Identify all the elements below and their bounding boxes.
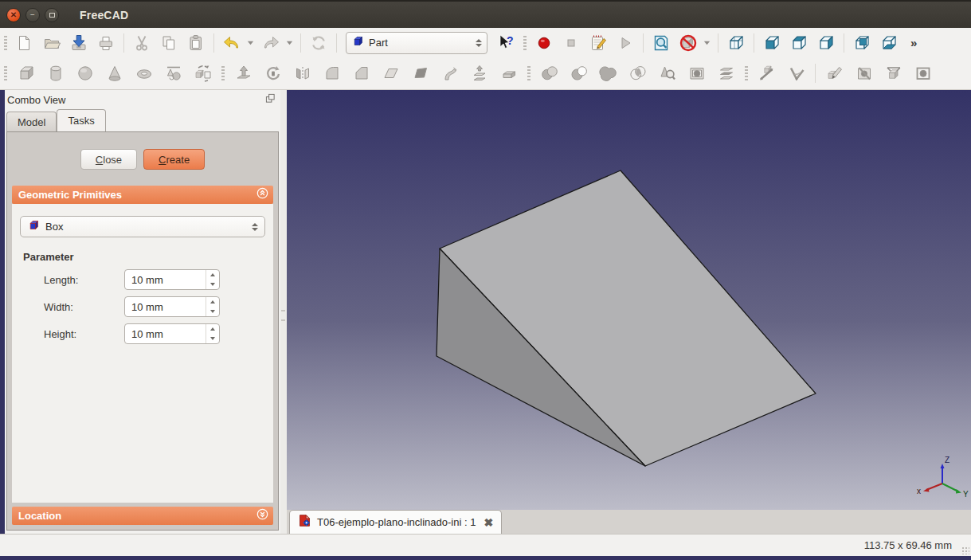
print-icon[interactable] [94,31,118,55]
height-increment-button[interactable] [206,324,219,334]
window-maximize-button[interactable] [45,8,59,22]
boolean-union-icon[interactable] [595,60,621,87]
primitives-icon[interactable] [160,60,186,87]
3d-viewport[interactable]: Z x Y [287,90,971,510]
height-decrement-button[interactable] [206,334,219,343]
collapse-up-icon[interactable] [256,187,268,202]
ruled-surface-icon[interactable] [407,60,433,87]
toolbar-overflow-button[interactable]: » [910,36,917,49]
shape-builder-icon[interactable] [190,60,216,87]
view-bottom-icon[interactable] [877,31,901,55]
window-bottom-edge [0,556,971,560]
copy-icon[interactable] [157,31,181,55]
cut-icon[interactable] [130,31,154,55]
section-title: Geometric Primitives [18,189,256,201]
window-minimize-button[interactable]: − [25,8,40,22]
measure-toggle-3d-icon[interactable] [910,60,936,87]
section-geometric-primitives[interactable]: Geometric Primitives [12,186,273,204]
workbench-selector[interactable]: Part [346,32,487,54]
macro-stop-icon[interactable] [559,31,583,55]
cross-section-icon[interactable] [683,60,710,87]
open-document-icon[interactable] [40,31,64,55]
measure-angular-icon[interactable] [783,60,809,87]
macro-edit-icon[interactable] [586,31,610,55]
measure-clear-all-icon[interactable] [851,60,877,87]
cone-icon[interactable] [101,60,127,87]
select-arrows-icon [476,39,482,47]
length-input[interactable] [125,270,206,289]
torus-icon[interactable] [131,60,157,87]
create-button[interactable]: Create [143,149,205,170]
extrude-icon[interactable] [230,60,256,87]
save-icon[interactable] [67,31,91,55]
boolean-cut-icon[interactable] [566,60,592,87]
close-task-button[interactable]: Close [80,149,137,170]
box-primitive-icon [27,218,41,235]
view-top-icon[interactable] [787,31,811,55]
toolbar-drag-handle[interactable] [745,66,748,80]
undo-icon[interactable] [220,31,244,55]
wedge-model[interactable]: Z x Y [287,90,971,510]
mirror-icon[interactable] [289,60,315,87]
document-tab-close-icon[interactable]: ✖ [484,517,493,528]
toolbar-drag-handle[interactable] [221,66,225,80]
toolbar-drag-handle[interactable] [4,36,7,50]
fit-all-icon[interactable] [649,31,673,55]
thickness-icon[interactable] [495,60,522,87]
width-decrement-button[interactable] [206,307,219,316]
section-location[interactable]: Location [12,507,273,525]
geometric-primitives-body: Box Parameter Length: Width: [12,204,273,503]
toolbar-drag-handle[interactable] [527,66,531,80]
workbench-part-icon [351,34,365,51]
draw-style-dropdown-icon[interactable] [702,31,712,55]
draw-style-icon[interactable] [676,31,700,55]
redo-icon[interactable] [259,31,283,55]
box-icon[interactable] [13,60,39,87]
check-geometry-icon[interactable] [654,60,680,87]
height-input[interactable] [125,324,206,343]
maximize-icon [49,13,55,18]
refresh-icon[interactable] [307,31,331,55]
redo-dropdown-icon[interactable] [284,31,295,55]
panel-splitter[interactable] [280,90,287,534]
tab-model[interactable]: Model [6,112,57,131]
width-increment-button[interactable] [206,297,219,307]
primitive-type-select[interactable]: Box [20,216,265,237]
loft-icon[interactable] [466,60,492,87]
make-face-icon[interactable] [378,60,404,87]
measure-toggle-all-icon[interactable] [880,60,906,87]
revolve-icon[interactable] [260,60,286,87]
section-title: Location [18,510,256,522]
undock-icon[interactable] [265,92,276,107]
chamfer-icon[interactable] [348,60,374,87]
macro-record-icon[interactable] [532,31,556,55]
sphere-icon[interactable] [72,60,98,87]
view-axonometric-icon[interactable] [724,31,748,55]
width-input[interactable] [125,297,206,316]
window-close-button[interactable]: ✕ [6,8,21,22]
whats-this-icon[interactable]: ? [494,31,518,55]
resize-grip[interactable] [961,546,969,554]
undo-dropdown-icon[interactable] [245,31,256,55]
toolbar-drag-handle[interactable] [4,66,7,80]
paste-icon[interactable] [184,31,208,55]
collapse-down-icon[interactable] [256,508,268,523]
length-decrement-button[interactable] [206,280,219,289]
tab-tasks[interactable]: Tasks [57,109,105,131]
cylinder-icon[interactable] [42,60,69,87]
macro-play-icon[interactable] [613,31,637,55]
boolean-common-icon[interactable] [624,60,651,87]
measure-refresh-icon[interactable] [821,60,848,87]
boolean-icon[interactable] [536,60,562,87]
new-document-icon[interactable] [13,31,37,55]
view-front-icon[interactable] [760,31,784,55]
sweep-icon[interactable] [437,60,463,87]
view-rear-icon[interactable] [850,31,874,55]
toolbar-drag-handle[interactable] [523,36,527,50]
view-right-icon[interactable] [814,31,838,55]
fillet-icon[interactable] [319,60,345,87]
measure-linear-icon[interactable] [754,60,780,87]
length-increment-button[interactable] [206,270,219,280]
cross-sections-icon[interactable] [713,60,739,87]
document-tab[interactable]: T06-ejemplo-plano-inclinado-ini : 1 ✖ [289,510,502,534]
